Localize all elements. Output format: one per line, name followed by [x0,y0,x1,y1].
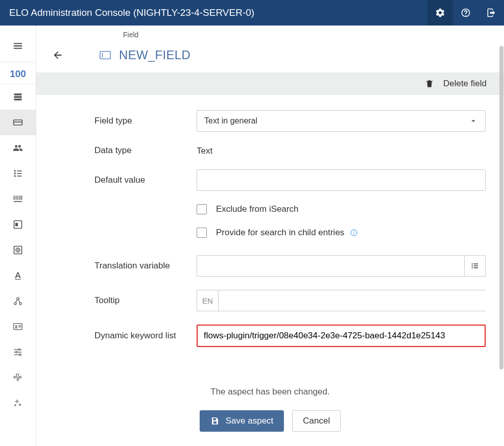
svg-rect-7 [17,176,21,177]
page-header: NEW_FIELD [36,39,504,72]
help-icon[interactable] [453,0,478,26]
tooltip-lang-prefix: EN [197,290,218,311]
save-icon [210,416,220,426]
dynamic-keyword-input[interactable] [198,326,485,346]
field-type-value: Text in general [204,116,257,126]
menu-toggle-icon[interactable] [0,37,36,62]
svg-point-37 [472,267,473,268]
tooltip-input[interactable] [218,290,486,311]
exclude-isearch-label: Exclude from iSearch [216,204,299,214]
svg-rect-5 [17,170,21,171]
field-type-icon [100,51,111,60]
dynamic-keyword-label: Dynamic keyword list [94,331,197,341]
provide-child-checkbox[interactable] [197,228,207,238]
sidebar-form-icon[interactable] [0,110,36,135]
sidebar: 100 [0,26,36,446]
sidebar-number[interactable]: 100 [0,62,36,84]
svg-point-20 [14,303,16,305]
sidebar-sparkle-icon[interactable] [0,390,36,416]
svg-rect-13 [21,195,22,200]
sidebar-move-icon[interactable] [0,365,36,390]
svg-rect-9 [15,195,16,200]
svg-point-27 [18,349,20,350]
sidebar-barcode-icon[interactable] [0,186,36,212]
save-aspect-button[interactable]: Save aspect [200,410,284,432]
svg-rect-26 [18,327,21,327]
svg-rect-30 [100,52,110,59]
translation-variable-label: Translation variable [94,261,197,271]
footer: The aspect has been changed. Save aspect… [36,387,504,446]
svg-point-28 [16,351,17,353]
default-value-label: Default value [94,175,197,185]
default-value-input[interactable] [197,169,486,191]
sidebar-graph-icon[interactable] [0,288,36,314]
translation-variable-input[interactable] [197,255,464,277]
save-aspect-label: Save aspect [226,416,274,426]
field-type-select[interactable]: Text in general [197,110,486,132]
form: Field type Text in general Data type Tex… [36,95,504,360]
delete-field-label: Delete field [443,79,487,89]
svg-point-35 [472,263,473,264]
list-icon [470,261,479,270]
back-arrow-icon[interactable] [46,49,69,61]
trash-icon [425,79,434,88]
scrollbar[interactable] [499,46,503,369]
svg-rect-12 [19,195,20,200]
topbar-actions [427,0,504,26]
svg-point-24 [15,326,17,327]
main-content: Field NEW_FIELD Delete field Field type … [36,26,504,446]
svg-rect-38 [474,264,478,265]
svg-rect-14 [14,201,22,202]
svg-rect-10 [17,195,18,200]
svg-point-34 [354,231,354,232]
svg-point-2 [14,170,16,171]
svg-rect-16 [15,223,18,227]
sidebar-users-icon[interactable] [0,135,36,161]
svg-rect-25 [18,326,21,326]
logout-icon[interactable] [478,0,504,26]
breadcrumb[interactable]: Field [36,26,504,39]
action-bar: Delete field [36,72,504,95]
svg-rect-40 [474,267,478,268]
settings-icon[interactable] [427,0,453,26]
svg-rect-6 [17,173,21,174]
sidebar-sliders-icon[interactable] [0,339,36,365]
sidebar-table-icon[interactable] [0,84,36,110]
sidebar-panel-icon[interactable] [0,212,36,237]
sidebar-id-icon[interactable] [0,314,36,339]
sidebar-list-icon[interactable] [0,161,36,186]
data-type-value: Text [197,145,486,156]
tooltip-label: Tooltip [94,295,197,306]
cancel-label: Cancel [303,416,330,426]
sidebar-font-icon[interactable] [0,263,36,288]
translation-list-button[interactable] [464,255,486,277]
field-type-label: Field type [94,116,197,126]
page-title: NEW_FIELD [119,48,190,62]
svg-rect-19 [15,279,21,280]
svg-rect-39 [474,265,478,266]
svg-point-36 [472,265,473,266]
svg-point-22 [17,298,19,300]
svg-point-4 [14,175,16,177]
svg-rect-8 [14,195,15,200]
svg-rect-11 [18,195,19,200]
app-title: ELO Administration Console (NIGHTLY-23-4… [9,7,427,18]
provide-child-label: Provide for search in child entries [216,228,344,238]
svg-rect-1 [14,121,22,122]
chevron-down-icon [469,116,478,126]
status-message: The aspect has been changed. [36,387,504,397]
topbar: ELO Administration Console (NIGHTLY-23-4… [0,0,504,26]
exclude-isearch-checkbox[interactable] [197,204,207,214]
svg-point-29 [19,354,21,355]
data-type-label: Data type [94,145,197,156]
sidebar-globe-icon[interactable] [0,237,36,263]
delete-field-button[interactable]: Delete field [425,79,487,89]
svg-point-21 [19,303,21,305]
dynamic-keyword-highlight [197,325,486,347]
info-icon[interactable] [349,228,358,237]
svg-point-3 [14,172,16,174]
cancel-button[interactable]: Cancel [292,410,341,432]
